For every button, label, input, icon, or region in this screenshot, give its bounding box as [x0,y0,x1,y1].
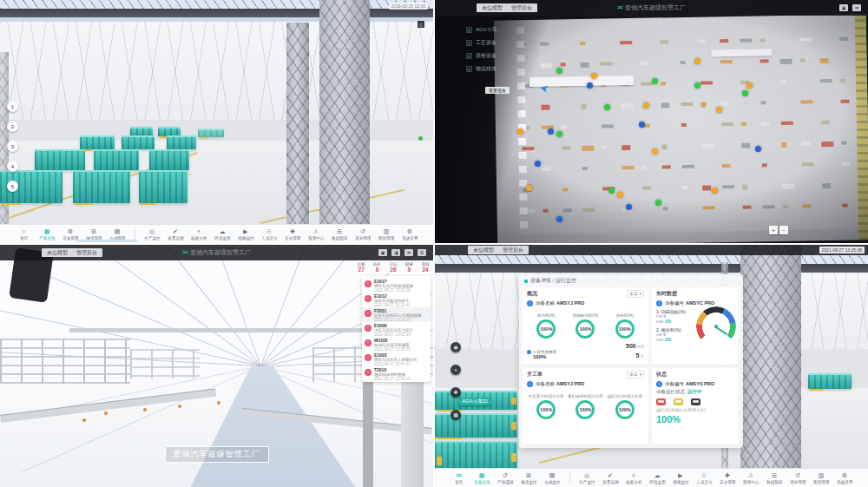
toolbar-item[interactable]: ▦产线总览 [36,227,59,240]
map-dot[interactable] [639,122,645,128]
map-dot[interactable] [591,73,597,79]
alarm-list-item[interactable]: ! E1017 焊装车间滚床超温报警 2021-08-27 13:25:08 [362,278,431,293]
alarm-list-item[interactable]: ! T2010 物流线体堵料报警 2021-08-27 12:40:10 [362,366,431,381]
viewport-device-dashboard[interactable]: ◉⌖✚▦ AGV-小车01 设备详情 / 运行监控 概况 本日 ▾ i 设备名称… [435,245,868,487]
conveyor-machine[interactable] [139,172,187,203]
toolbar-item[interactable]: ⌂首页 [12,227,36,240]
toolbar-item[interactable]: ↺巡检管理 [352,227,375,240]
fullscreen-icon[interactable]: ◱ [418,21,424,28]
map-dot[interactable] [746,82,753,89]
topbar-button[interactable]: ✉ [852,4,861,11]
toolbar-item[interactable]: ▤仓储监控 [541,471,564,484]
toolbar-item[interactable]: ✔质量追溯 [164,227,187,240]
map-dot[interactable] [742,90,748,96]
toolbar-item[interactable]: ◎生产监控 [141,227,164,240]
conveyor-machine[interactable] [73,172,130,203]
map-dot[interactable] [716,107,722,113]
map-dot[interactable] [694,82,700,89]
toolbar-item[interactable]: ✚安全管理 [281,227,305,240]
topbar-button[interactable]: ☰ [418,249,426,256]
toolbar-item[interactable]: ⊞物流监控 [517,471,541,484]
map-dot[interactable] [556,68,562,74]
conveyor-machine[interactable] [80,137,115,149]
toolbar-item[interactable]: ▥图层管理 [810,471,833,484]
toolbar-item[interactable]: ⚡能耗分析 [187,227,211,240]
topbar-button[interactable]: ◨ [391,249,400,256]
range-select[interactable]: 本日 ▾ [627,371,644,378]
toolbar-item[interactable]: ☰数据报表 [763,471,786,484]
toolbar-item[interactable]: ▥图层管理 [375,227,398,240]
topbar-button[interactable]: ▣ [839,4,848,11]
topbar-tab[interactable]: 管理后台 [508,4,536,11]
conveyor-machine[interactable] [808,375,852,389]
map-dot[interactable] [643,102,649,109]
map-dot[interactable] [548,128,554,135]
checkbox-icon[interactable]: ✓ [466,66,472,72]
map-dot[interactable] [755,146,761,152]
toolbar-item[interactable]: ▶视频监控 [234,227,258,240]
alarm-list-item[interactable]: ! E1009 冲压车间压机压力异常 2021-08-27 13:02:19 [362,322,431,337]
conveyor-machine[interactable] [198,130,224,137]
toolbar-item[interactable]: ⚠报警中心 [305,227,328,240]
legend-row[interactable]: ✓工艺设备 [466,39,497,47]
toolbar-item[interactable]: ▦设备总览 [470,471,494,484]
alarm-list-panel[interactable]: ! E1017 焊装车间滚床超温报警 2021-08-27 13:25:08 !… [362,276,431,382]
map-dot[interactable] [604,104,610,110]
toolbar-item[interactable]: ☉人员定位 [258,227,281,240]
toolbar-item[interactable]: ☁环境监测 [646,471,669,484]
topbar-tab[interactable]: 点位模型 [43,249,71,256]
alarm-list-item[interactable]: ! E1003 焊装车间机器人故障停机 2021-08-27 12:47:21 [362,352,431,366]
map-dot[interactable] [587,82,593,89]
topbar-tab[interactable]: 点位模型 [478,4,506,11]
toolbar-scrollbar[interactable] [76,240,137,242]
zoom-out-button[interactable]: − [779,226,788,234]
legend-row[interactable]: ✓AGV小车 [466,26,497,34]
map-dot[interactable] [556,131,562,137]
alarm-list-item[interactable]: ! E1012 涂装车间输送链异常 2021-08-27 13:21:42 [362,293,431,307]
checkbox-icon[interactable]: ✓ [466,53,472,59]
conveyor-machine[interactable] [149,151,189,170]
checkbox-icon[interactable]: ✓ [466,27,472,33]
reset-view-button[interactable]: 重置视角 [485,87,510,94]
map-dot[interactable] [652,78,658,84]
conveyor-machine[interactable] [167,137,196,149]
toolbar-item[interactable]: ▤仓储管理 [106,227,129,240]
toolbar-item[interactable]: ▶视频监控 [669,471,693,484]
legend-row[interactable]: ✓物流线体 [466,65,497,73]
conveyor-machine[interactable] [122,137,155,149]
topbar-button[interactable]: ▣ [378,249,387,256]
map-dot[interactable] [694,58,700,64]
map-dot[interactable] [617,192,623,198]
map-dot[interactable] [535,161,541,167]
zoom-in-button[interactable]: + [769,226,778,234]
toolbar-item[interactable]: ☁环境监测 [211,227,234,240]
map-dot[interactable] [517,128,523,135]
alarm-list-item[interactable]: ! W1105 电池车间温湿度越限 2021-08-27 12:55:33 [362,337,431,352]
map-dot[interactable] [626,204,632,210]
alarm-list-item[interactable]: ! F2031 总装车间AGV小车离线报警 2021-08-27 13:18:0… [362,307,431,322]
machine-tag-pill[interactable]: AGV-小车01 [457,398,492,405]
toolbar-item[interactable]: ☉人员定位 [693,471,716,484]
conveyor-machine[interactable] [35,151,85,170]
scene-action-button[interactable]: ✚ [450,387,461,398]
map-dot[interactable] [655,200,661,206]
scene-marker[interactable]: 3 [7,141,18,152]
toolbar-item[interactable]: ⚠报警中心 [740,471,763,484]
legend-row[interactable]: ✓质检设备 [466,52,497,60]
toolbar-item[interactable]: ◎生产监控 [575,471,599,484]
toolbar-item[interactable]: ⚙系统设置 [398,227,422,240]
topbar-tab[interactable]: 点位模型 [470,247,497,253]
toolbar-item[interactable]: ↺巡检管理 [786,471,810,484]
map-dot[interactable] [556,216,562,222]
viewport-conveyor-hall[interactable]: 点位模型管理后台 ><爱驰汽车超级智慧工厂 ▣◨✉☰ 总数27待机8运行26报警… [0,245,433,487]
conveyor-machine[interactable] [94,151,139,170]
toolbar-item[interactable]: ✔质量追溯 [599,471,622,484]
toolbar-item[interactable]: ⚙设备管理 [59,227,82,240]
map-dot[interactable] [526,185,532,191]
scene-action-button[interactable]: ▦ [450,410,461,420]
scene-marker[interactable]: 4 [7,161,18,172]
toolbar-item[interactable]: ↺产线漫游 [494,471,517,484]
range-select[interactable]: 本日 ▾ [627,290,644,298]
scene-marker[interactable]: 5 [7,181,18,192]
viewport-factory-map[interactable]: ➤ ✓AGV小车✓工艺设备✓质检设备✓物流线体 重置视角 + − 点位模型管理后… [435,0,868,243]
